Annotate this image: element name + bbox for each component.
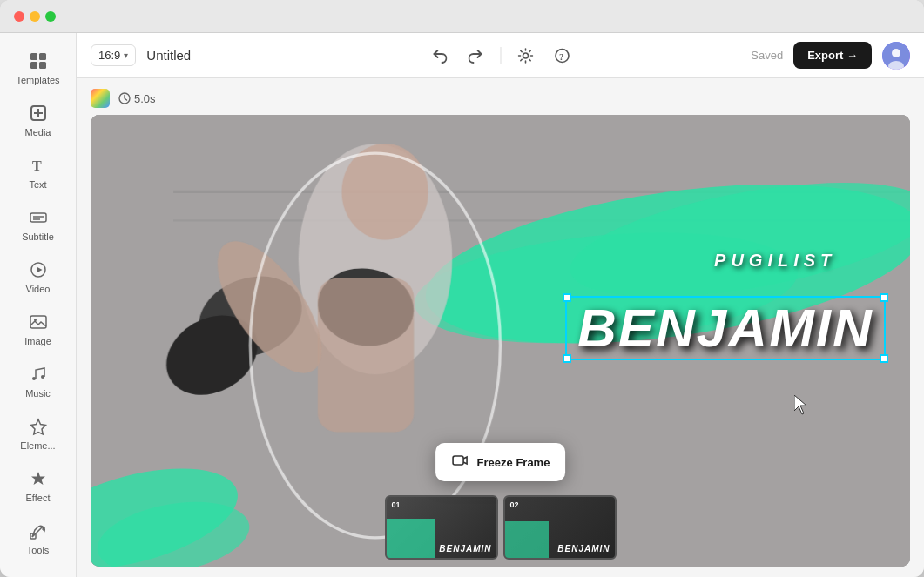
sidebar-item-templates[interactable]: Templates [7,44,70,92]
maximize-button[interactable] [45,11,56,22]
text-pugilist: PUGILIST [714,251,836,271]
thumb-label-1: BENJAMIN [439,544,491,554]
aspect-ratio-button[interactable]: 16:9 ▾ [91,44,136,66]
freeze-frame-tooltip: Freeze Frame [435,443,566,481]
sidebar-item-subtitle[interactable]: Subtitle [7,200,70,249]
app-icon [91,89,110,108]
video-icon [28,259,49,280]
tools-label: Tools [27,545,50,555]
minimize-button[interactable] [30,11,40,22]
music-label: Music [25,388,51,399]
svg-text:?: ? [559,50,564,61]
svg-rect-13 [30,316,46,328]
svg-rect-0 [30,53,37,60]
settings-button[interactable] [513,44,537,68]
svg-point-15 [32,377,36,380]
svg-rect-1 [39,53,46,60]
canvas-container[interactable]: PUGILIST BENJAMIN [91,115,910,567]
canvas-bg: PUGILIST BENJAMIN [91,115,910,567]
subtitle-label: Subtitle [22,231,54,242]
image-icon [28,312,49,332]
undo-button[interactable] [427,44,451,68]
thumb-number-2: 02 [510,500,519,509]
title-bar [0,0,924,33]
sidebar-item-video[interactable]: Video [7,252,70,301]
image-label: Image [24,336,51,346]
export-label: Export → [807,49,858,62]
text-icon: T [28,155,49,176]
sidebar-item-text[interactable]: T Text [7,148,70,197]
freeze-frame-icon [451,452,469,473]
thumb-teal-2 [505,521,549,558]
help-button[interactable]: ? [550,44,574,68]
app-body: Templates Media T Text [0,33,924,577]
svg-marker-12 [37,267,43,273]
thumbnail-1[interactable]: 01 BENJAMIN [385,495,498,560]
editor-area: 5.0s [77,78,924,577]
sidebar-item-tools[interactable]: Tools [7,513,70,562]
avatar[interactable] [882,42,910,70]
sidebar-item-effect[interactable]: Effect [7,461,70,510]
thumbnail-2[interactable]: 02 BENJAMIN [503,495,617,560]
svg-point-19 [523,53,528,58]
canvas-header: 5.0s [91,89,910,108]
svg-rect-40 [318,278,414,433]
toolbar-separator [500,47,501,64]
svg-point-23 [892,49,900,57]
mac-window: Templates Media T Text [0,0,924,577]
tools-icon [28,520,49,541]
selection-handle-bl [563,354,571,363]
export-button[interactable]: Export → [793,42,872,69]
sidebar-item-elements[interactable]: Eleme... [7,409,70,458]
media-label: Media [25,127,51,138]
effect-icon [28,468,49,489]
duration-text: 5.0s [134,92,156,105]
text-label: Text [29,179,46,190]
svg-rect-2 [30,62,37,69]
video-label: Video [26,284,51,294]
svg-point-36 [341,144,428,239]
svg-marker-43 [794,395,806,414]
svg-point-16 [41,375,44,379]
svg-marker-17 [31,472,45,485]
elements-icon [28,416,49,437]
project-title[interactable]: Untitled [146,48,191,63]
templates-icon [28,50,49,71]
cursor [794,395,812,419]
chevron-down-icon: ▾ [124,50,128,60]
thumb-teal-1 [387,519,436,559]
selection-handle-tr [880,293,888,302]
close-button[interactable] [14,11,24,22]
content-area: 16:9 ▾ Untitled [77,33,924,577]
aspect-ratio-label: 16:9 [98,49,120,62]
selection-handle-br [880,354,888,363]
sidebar-item-media[interactable]: Media [7,96,70,144]
svg-rect-3 [39,62,46,69]
elements-label: Eleme... [20,440,55,451]
media-icon [28,103,49,124]
sidebar: Templates Media T Text [0,33,77,577]
traffic-lights [14,11,56,22]
duration-badge: 5.0s [118,92,156,105]
svg-rect-8 [30,213,46,222]
toolbar: 16:9 ▾ Untitled [77,33,924,78]
thumb-label-2: BENJAMIN [557,544,610,554]
svg-rect-44 [453,456,463,465]
subtitle-icon [28,207,49,228]
freeze-frame-label: Freeze Frame [477,456,550,469]
templates-label: Templates [16,75,59,85]
selection-handle-tl [563,293,571,302]
saved-status: Saved [751,49,783,62]
effect-label: Effect [26,493,51,503]
thumb-number-1: 01 [392,500,401,509]
redo-button[interactable] [463,44,488,68]
text-benjamin: BENJAMIN [577,301,873,355]
timeline: 01 BENJAMIN [385,495,617,560]
music-icon [28,364,49,385]
svg-text:T: T [32,158,42,173]
sidebar-item-image[interactable]: Image [7,305,70,353]
sidebar-item-music[interactable]: Music [7,357,70,406]
